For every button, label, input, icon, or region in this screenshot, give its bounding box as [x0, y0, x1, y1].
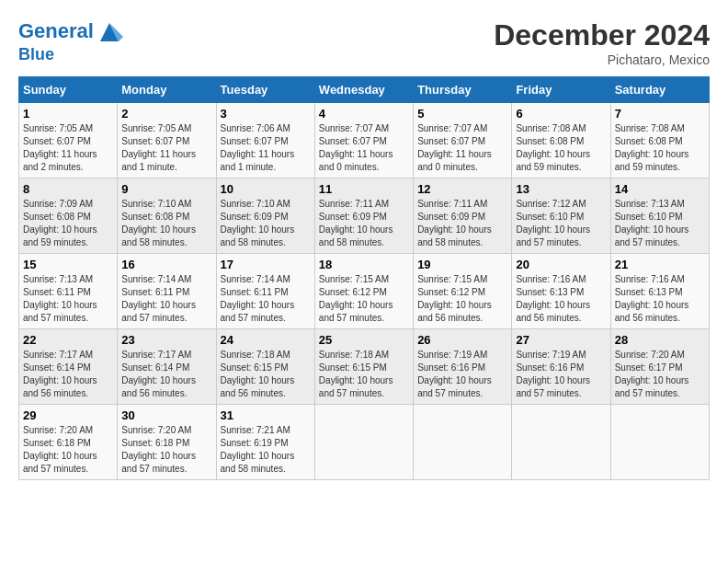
day-info: Sunrise: 7:15 AM Sunset: 6:12 PM Dayligh… [319, 273, 409, 325]
day-info: Sunrise: 7:11 AM Sunset: 6:09 PM Dayligh… [319, 198, 409, 249]
calendar-cell: 18 Sunrise: 7:15 AM Sunset: 6:12 PM Dayl… [314, 254, 413, 329]
calendar-cell: 12 Sunrise: 7:11 AM Sunset: 6:09 PM Dayl… [414, 178, 512, 254]
day-info: Sunrise: 7:17 AM Sunset: 6:14 PM Dayligh… [121, 349, 211, 400]
day-info: Sunrise: 7:20 AM Sunset: 6:17 PM Dayligh… [615, 349, 705, 400]
calendar-cell: 7 Sunrise: 7:08 AM Sunset: 6:08 PM Dayli… [610, 103, 709, 178]
day-info: Sunrise: 7:09 AM Sunset: 6:08 PM Dayligh… [23, 198, 113, 249]
day-info: Sunrise: 7:18 AM Sunset: 6:15 PM Dayligh… [221, 349, 311, 400]
weekday-friday: Friday [512, 77, 610, 103]
calendar-cell: 8 Sunrise: 7:09 AM Sunset: 6:08 PM Dayli… [19, 178, 118, 254]
day-number: 18 [319, 258, 409, 271]
day-number: 2 [121, 107, 211, 121]
calendar-cell: 21 Sunrise: 7:16 AM Sunset: 6:13 PM Dayl… [610, 254, 709, 329]
day-number: 29 [23, 408, 113, 422]
calendar-cell: 26 Sunrise: 7:19 AM Sunset: 6:16 PM Dayl… [414, 329, 512, 405]
calendar-cell: 22 Sunrise: 7:17 AM Sunset: 6:14 PM Dayl… [19, 329, 118, 405]
day-info: Sunrise: 7:05 AM Sunset: 6:07 PM Dayligh… [121, 122, 211, 174]
day-number: 1 [23, 107, 113, 121]
day-number: 13 [516, 182, 606, 196]
day-info: Sunrise: 7:21 AM Sunset: 6:19 PM Dayligh… [221, 424, 311, 476]
day-number: 31 [221, 408, 311, 422]
calendar-cell: 30 Sunrise: 7:20 AM Sunset: 6:18 PM Dayl… [118, 405, 216, 480]
calendar-week-2: 8 Sunrise: 7:09 AM Sunset: 6:08 PM Dayli… [19, 178, 710, 254]
calendar-table: SundayMondayTuesdayWednesdayThursdayFrid… [18, 76, 710, 480]
calendar-cell: 15 Sunrise: 7:13 AM Sunset: 6:11 PM Dayl… [19, 254, 118, 329]
day-info: Sunrise: 7:06 AM Sunset: 6:07 PM Dayligh… [221, 122, 311, 174]
day-info: Sunrise: 7:20 AM Sunset: 6:18 PM Dayligh… [121, 424, 211, 476]
day-info: Sunrise: 7:18 AM Sunset: 6:15 PM Dayligh… [319, 349, 409, 400]
day-number: 14 [615, 182, 705, 196]
day-info: Sunrise: 7:14 AM Sunset: 6:11 PM Dayligh… [121, 273, 211, 325]
day-number: 8 [23, 182, 113, 196]
logo-text-blue: Blue [18, 46, 123, 64]
calendar-cell: 25 Sunrise: 7:18 AM Sunset: 6:15 PM Dayl… [314, 329, 413, 405]
calendar-cell: 3 Sunrise: 7:06 AM Sunset: 6:07 PM Dayli… [216, 103, 314, 178]
day-number: 6 [516, 107, 606, 121]
day-info: Sunrise: 7:14 AM Sunset: 6:11 PM Dayligh… [221, 273, 311, 325]
month-title: December 2024 [494, 18, 710, 52]
day-number: 17 [221, 258, 311, 271]
day-number: 10 [221, 182, 311, 196]
weekday-tuesday: Tuesday [216, 77, 314, 103]
day-number: 16 [121, 258, 211, 271]
day-number: 5 [417, 107, 507, 121]
day-info: Sunrise: 7:15 AM Sunset: 6:12 PM Dayligh… [417, 273, 507, 325]
day-info: Sunrise: 7:07 AM Sunset: 6:07 PM Dayligh… [319, 122, 409, 174]
day-info: Sunrise: 7:19 AM Sunset: 6:16 PM Dayligh… [516, 349, 606, 400]
calendar-week-5: 29 Sunrise: 7:20 AM Sunset: 6:18 PM Dayl… [19, 405, 710, 480]
calendar-cell: 17 Sunrise: 7:14 AM Sunset: 6:11 PM Dayl… [216, 254, 314, 329]
day-number: 20 [516, 258, 606, 271]
calendar-week-4: 22 Sunrise: 7:17 AM Sunset: 6:14 PM Dayl… [19, 329, 710, 405]
day-number: 30 [121, 408, 211, 422]
calendar-cell: 27 Sunrise: 7:19 AM Sunset: 6:16 PM Dayl… [512, 329, 610, 405]
day-info: Sunrise: 7:20 AM Sunset: 6:18 PM Dayligh… [23, 424, 113, 476]
calendar-cell: 10 Sunrise: 7:10 AM Sunset: 6:09 PM Dayl… [216, 178, 314, 254]
day-info: Sunrise: 7:07 AM Sunset: 6:07 PM Dayligh… [417, 122, 507, 174]
calendar-cell: 5 Sunrise: 7:07 AM Sunset: 6:07 PM Dayli… [414, 103, 512, 178]
day-info: Sunrise: 7:05 AM Sunset: 6:07 PM Dayligh… [23, 122, 113, 174]
day-number: 19 [417, 258, 507, 271]
calendar-cell: 13 Sunrise: 7:12 AM Sunset: 6:10 PM Dayl… [512, 178, 610, 254]
day-info: Sunrise: 7:10 AM Sunset: 6:09 PM Dayligh… [221, 198, 311, 249]
day-number: 23 [121, 333, 211, 347]
weekday-monday: Monday [118, 77, 216, 103]
calendar-cell [610, 405, 709, 480]
calendar-cell: 9 Sunrise: 7:10 AM Sunset: 6:08 PM Dayli… [118, 178, 216, 254]
day-info: Sunrise: 7:08 AM Sunset: 6:08 PM Dayligh… [615, 122, 705, 174]
day-number: 28 [615, 333, 705, 347]
weekday-header-row: SundayMondayTuesdayWednesdayThursdayFrid… [19, 77, 710, 103]
calendar-cell: 4 Sunrise: 7:07 AM Sunset: 6:07 PM Dayli… [314, 103, 413, 178]
day-number: 22 [23, 333, 113, 347]
location: Pichataro, Mexico [494, 52, 710, 67]
calendar-cell: 11 Sunrise: 7:11 AM Sunset: 6:09 PM Dayl… [314, 178, 413, 254]
calendar-week-3: 15 Sunrise: 7:13 AM Sunset: 6:11 PM Dayl… [19, 254, 710, 329]
weekday-saturday: Saturday [610, 77, 709, 103]
day-number: 24 [221, 333, 311, 347]
day-number: 15 [23, 258, 113, 271]
day-info: Sunrise: 7:16 AM Sunset: 6:13 PM Dayligh… [516, 273, 606, 325]
page-header: General Blue December 2024 Pichataro, Me… [18, 18, 710, 67]
day-number: 11 [319, 182, 409, 196]
day-info: Sunrise: 7:08 AM Sunset: 6:08 PM Dayligh… [516, 122, 606, 174]
calendar-cell: 20 Sunrise: 7:16 AM Sunset: 6:13 PM Dayl… [512, 254, 610, 329]
day-info: Sunrise: 7:13 AM Sunset: 6:11 PM Dayligh… [23, 273, 113, 325]
day-info: Sunrise: 7:12 AM Sunset: 6:10 PM Dayligh… [516, 198, 606, 249]
weekday-thursday: Thursday [414, 77, 512, 103]
day-number: 26 [417, 333, 507, 347]
weekday-sunday: Sunday [19, 77, 118, 103]
title-block: December 2024 Pichataro, Mexico [494, 18, 710, 67]
calendar-cell [512, 405, 610, 480]
day-info: Sunrise: 7:13 AM Sunset: 6:10 PM Dayligh… [615, 198, 705, 249]
day-number: 12 [417, 182, 507, 196]
calendar-cell: 2 Sunrise: 7:05 AM Sunset: 6:07 PM Dayli… [118, 103, 216, 178]
calendar-cell: 16 Sunrise: 7:14 AM Sunset: 6:11 PM Dayl… [118, 254, 216, 329]
calendar-cell: 1 Sunrise: 7:05 AM Sunset: 6:07 PM Dayli… [19, 103, 118, 178]
calendar-cell [414, 405, 512, 480]
day-info: Sunrise: 7:10 AM Sunset: 6:08 PM Dayligh… [121, 198, 211, 249]
calendar-cell: 24 Sunrise: 7:18 AM Sunset: 6:15 PM Dayl… [216, 329, 314, 405]
logo-text: General [18, 18, 123, 46]
day-number: 3 [221, 107, 311, 121]
day-number: 21 [615, 258, 705, 271]
calendar-cell: 28 Sunrise: 7:20 AM Sunset: 6:17 PM Dayl… [610, 329, 709, 405]
calendar-week-1: 1 Sunrise: 7:05 AM Sunset: 6:07 PM Dayli… [19, 103, 710, 178]
